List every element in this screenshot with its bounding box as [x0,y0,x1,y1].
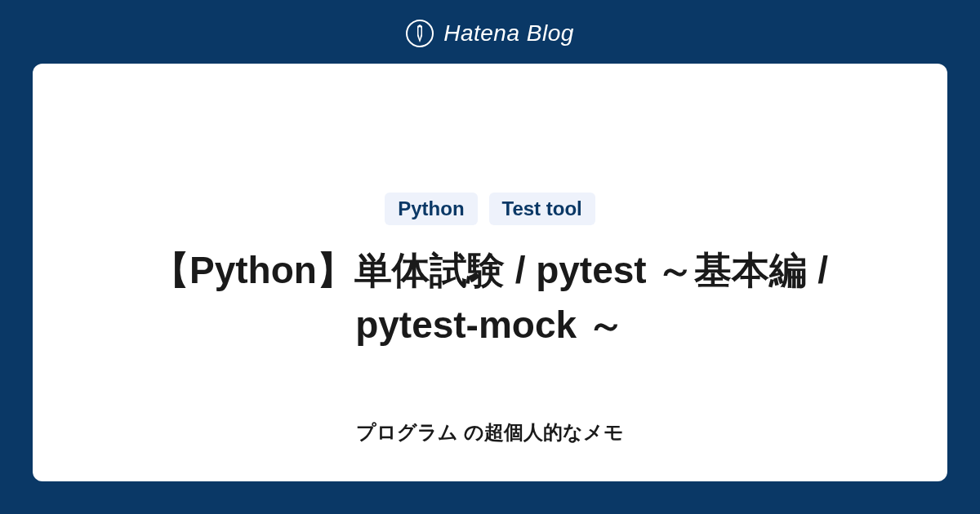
article-card: Python Test tool 【Python】単体試験 / pytest ～… [33,64,947,481]
article-title: 【Python】単体試験 / pytest ～基本編 / pytest-mock… [122,243,858,352]
blog-name: プログラム の超個人的なメモ [356,419,624,445]
tag-python[interactable]: Python [385,193,477,225]
hatena-logo-icon [406,20,434,47]
tag-test-tool[interactable]: Test tool [489,193,595,225]
site-header: Hatena Blog [0,0,980,64]
tag-list: Python Test tool [385,193,595,225]
brand-name: Hatena Blog [443,20,574,47]
